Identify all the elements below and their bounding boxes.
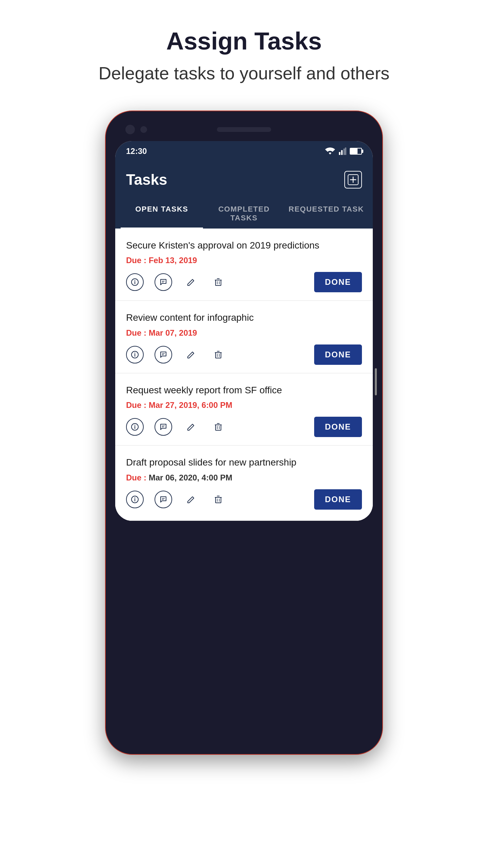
svg-point-29 bbox=[135, 425, 135, 426]
comment-icon-3[interactable] bbox=[155, 418, 172, 436]
done-button-4[interactable]: DONE bbox=[314, 489, 362, 510]
svg-rect-3 bbox=[345, 147, 346, 155]
table-row: Secure Kristen's approval on 2019 predic… bbox=[115, 229, 373, 301]
battery-icon bbox=[350, 148, 362, 155]
done-button-1[interactable]: DONE bbox=[314, 272, 362, 292]
info-icon-2[interactable] bbox=[126, 346, 144, 363]
tabs-container: OPEN TASKS COMPLETED TASKS REQUESTED TAS… bbox=[115, 198, 373, 229]
app-header: Tasks bbox=[115, 161, 373, 198]
tab-completed-tasks[interactable]: COMPLETED TASKS bbox=[203, 198, 285, 229]
task-actions-3: DONE bbox=[126, 417, 362, 437]
table-row: Review content for infographic Due : Mar… bbox=[115, 301, 373, 373]
camera-dot bbox=[125, 125, 135, 134]
task-due-1: Due : Feb 13, 2019 bbox=[126, 256, 362, 265]
task-due-4: Due : Mar 06, 2020, 4:00 PM bbox=[126, 473, 362, 482]
phone-frame: 12:30 bbox=[105, 111, 383, 755]
phone-top-bar bbox=[115, 121, 373, 141]
task-due-date-1: Feb 13, 2019 bbox=[149, 256, 197, 265]
task-due-3: Due : Mar 27, 2019, 6:00 PM bbox=[126, 400, 362, 410]
edit-icon-2[interactable] bbox=[183, 347, 199, 363]
svg-point-19 bbox=[135, 353, 135, 353]
task-due-date-4: Mar 06, 2020, 4:00 PM bbox=[149, 473, 232, 482]
svg-rect-32 bbox=[216, 425, 221, 430]
delete-icon-4[interactable] bbox=[210, 491, 226, 508]
task-actions-2: DONE bbox=[126, 344, 362, 365]
delete-icon-1[interactable] bbox=[210, 274, 226, 290]
status-icons bbox=[325, 147, 362, 155]
phone-screen: 12:30 bbox=[115, 141, 373, 521]
svg-rect-12 bbox=[216, 280, 221, 285]
svg-point-39 bbox=[135, 497, 135, 498]
edit-icon-4[interactable] bbox=[183, 491, 199, 508]
info-icon-4[interactable] bbox=[126, 491, 144, 508]
done-button-3[interactable]: DONE bbox=[314, 417, 362, 437]
task-actions-1: DONE bbox=[126, 272, 362, 292]
status-time: 12:30 bbox=[126, 146, 147, 156]
comment-icon-4[interactable] bbox=[155, 491, 172, 508]
edit-icon-1[interactable] bbox=[183, 274, 199, 290]
task-title-4: Draft proposal slides for new partnershi… bbox=[126, 456, 362, 469]
delete-icon-2[interactable] bbox=[210, 347, 226, 363]
page-subtitle: Delegate tasks to yourself and others bbox=[99, 63, 389, 83]
svg-rect-22 bbox=[216, 353, 221, 358]
tab-open-tasks[interactable]: OPEN TASKS bbox=[121, 198, 203, 229]
task-title-3: Request weekly report from SF office bbox=[126, 384, 362, 396]
info-icon-3[interactable] bbox=[126, 418, 144, 436]
comment-icon-2[interactable] bbox=[155, 346, 172, 363]
scrollbar[interactable] bbox=[375, 368, 377, 395]
svg-point-9 bbox=[135, 280, 135, 281]
svg-rect-0 bbox=[339, 152, 340, 155]
page-title: Assign Tasks bbox=[166, 27, 322, 55]
table-row: Draft proposal slides for new partnershi… bbox=[115, 446, 373, 520]
signal-icon bbox=[339, 147, 346, 155]
delete-icon-3[interactable] bbox=[210, 419, 226, 435]
tab-requested-task[interactable]: REQUESTED TASK bbox=[285, 198, 367, 229]
camera-dot-small bbox=[140, 126, 147, 133]
task-due-date-3: Mar 27, 2019, 6:00 PM bbox=[149, 400, 232, 410]
done-button-2[interactable]: DONE bbox=[314, 344, 362, 365]
task-due-date-2: Mar 07, 2019 bbox=[149, 328, 197, 337]
task-actions-4: DONE bbox=[126, 489, 362, 510]
svg-rect-42 bbox=[216, 497, 221, 503]
info-icon-1[interactable] bbox=[126, 273, 144, 291]
task-title-1: Secure Kristen's approval on 2019 predic… bbox=[126, 239, 362, 252]
phone-camera-area bbox=[125, 125, 147, 134]
app-header-title: Tasks bbox=[126, 171, 167, 188]
svg-rect-1 bbox=[341, 150, 343, 155]
task-title-2: Review content for infographic bbox=[126, 312, 362, 324]
task-list: Secure Kristen's approval on 2019 predic… bbox=[115, 229, 373, 521]
status-bar: 12:30 bbox=[115, 141, 373, 161]
add-task-button[interactable] bbox=[344, 171, 362, 189]
wifi-icon bbox=[325, 147, 336, 155]
phone-speaker bbox=[217, 127, 271, 132]
table-row: Request weekly report from SF office Due… bbox=[115, 373, 373, 446]
edit-icon-3[interactable] bbox=[183, 419, 199, 435]
comment-icon-1[interactable] bbox=[155, 273, 172, 291]
task-due-2: Due : Mar 07, 2019 bbox=[126, 328, 362, 338]
svg-rect-2 bbox=[343, 149, 345, 155]
